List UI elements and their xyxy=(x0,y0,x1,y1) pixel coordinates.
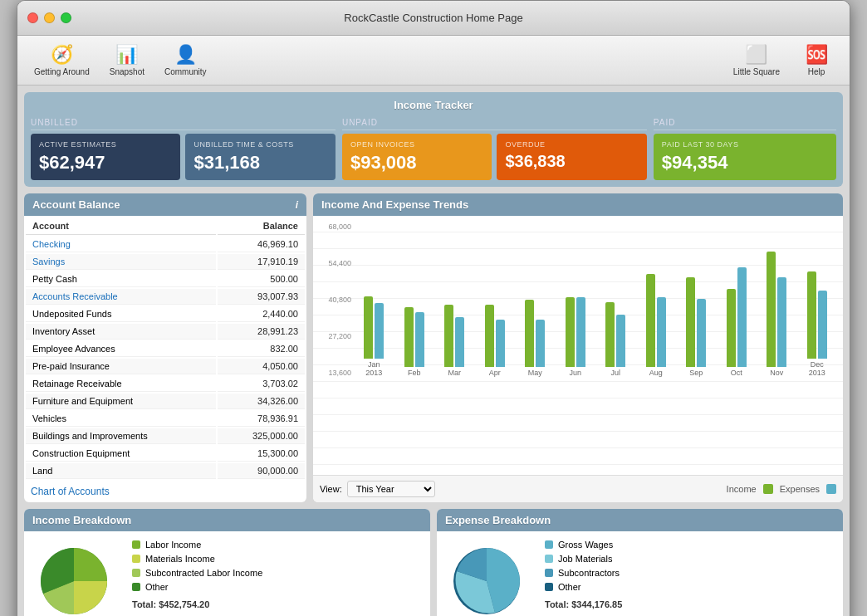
toolbar-snapshot-label: Snapshot xyxy=(110,67,144,76)
chart-of-accounts-link[interactable]: Chart of Accounts xyxy=(31,486,110,497)
paid-30-value: $94,354 xyxy=(662,152,828,174)
y-label-1: 13,600 xyxy=(320,369,351,377)
titlebar: RockCastle Construction Home Page xyxy=(17,1,850,36)
table-row[interactable]: Petty Cash500.00 xyxy=(26,271,305,287)
account-balance: 15,300.00 xyxy=(218,446,305,462)
account-balance: 3,703.02 xyxy=(218,376,305,392)
income-legend-item-1: Materials Income xyxy=(132,554,422,564)
table-row[interactable]: Pre-paid Insurance4,050.00 xyxy=(26,359,305,374)
bar-income xyxy=(566,297,575,367)
toolbar-help[interactable]: 🆘 Help xyxy=(791,41,841,80)
account-balance: 93,007.93 xyxy=(218,289,305,305)
bar-expense xyxy=(496,320,505,367)
bars xyxy=(556,297,595,367)
account-rows: Checking46,969.10Savings17,910.19Petty C… xyxy=(26,237,305,479)
account-name: Undeposited Funds xyxy=(26,306,216,322)
table-row[interactable]: Construction Equipment15,300.00 xyxy=(26,446,305,462)
bar-label: Jun xyxy=(569,369,581,377)
bars xyxy=(476,305,515,367)
view-select[interactable]: This Year Last Year This Quarter xyxy=(347,481,435,497)
bar-income xyxy=(727,289,736,368)
table-row[interactable]: Checking46,969.10 xyxy=(26,237,305,252)
bottom-row: Income Breakdown xyxy=(24,509,843,616)
bar-income xyxy=(444,305,453,367)
toolbar-snapshot[interactable]: 📊 Snapshot xyxy=(101,41,153,80)
table-row[interactable]: Undeposited Funds2,440.00 xyxy=(26,306,305,322)
income-legend-label-0: Labor Income xyxy=(145,540,201,550)
unbilled-time-title: UNBILLED TIME & COSTS xyxy=(193,140,326,149)
toolbar-community[interactable]: 👤 Community xyxy=(156,41,215,80)
table-row[interactable]: Inventory Asset28,991.23 xyxy=(26,324,305,340)
account-name: Accounts Receivable xyxy=(26,289,216,305)
bar-expense xyxy=(777,277,786,367)
y-axis: 68,000 54,400 40,800 27,200 13,600 xyxy=(320,222,355,397)
table-row[interactable]: Retainage Receivable3,703.02 xyxy=(26,376,305,392)
income-pie-svg xyxy=(32,540,124,616)
table-row[interactable]: Land90,000.00 xyxy=(26,463,305,479)
overdue-card[interactable]: OVERDUE $36,838 xyxy=(497,134,646,180)
income-dot-3 xyxy=(132,583,140,591)
expense-breakdown-title: Expense Breakdown xyxy=(445,514,551,526)
income-legend-label-3: Other xyxy=(145,582,169,592)
chart-title: Income And Expense Trends xyxy=(321,198,468,211)
bar-chart-area: Jan 2013FebMarAprMayJunJulAugSepOctNovDe… xyxy=(355,222,836,397)
table-row[interactable]: Vehicles78,936.91 xyxy=(26,411,305,427)
person-icon: 👤 xyxy=(174,44,197,66)
bar-income xyxy=(364,296,373,359)
account-info-icon[interactable]: i xyxy=(296,199,298,211)
open-invoices-card[interactable]: OPEN INVOICES $93,008 xyxy=(342,134,492,180)
unpaid-label: UNPAID xyxy=(342,118,647,130)
bar-label: Jan 2013 xyxy=(365,360,382,377)
account-balance: 78,936.91 xyxy=(218,411,305,427)
account-balance: 325,000.00 xyxy=(218,428,305,444)
income-breakdown-body: Labor Income Materials Income Subcontrac… xyxy=(24,531,430,616)
unbilled-time-card[interactable]: UNBILLED TIME & COSTS $31,168 xyxy=(185,134,335,180)
toolbar-help-label: Help xyxy=(808,67,825,76)
bar-expense xyxy=(375,303,384,359)
table-row[interactable]: Savings17,910.19 xyxy=(26,254,305,270)
maximize-button[interactable] xyxy=(61,12,71,23)
account-name: Vehicles xyxy=(26,411,216,427)
bar-expense xyxy=(576,297,585,367)
table-row[interactable]: Furniture and Equipment34,326.00 xyxy=(26,394,305,409)
bar-expense xyxy=(455,317,464,367)
account-balance: 4,050.00 xyxy=(218,359,305,374)
toolbar-community-label: Community xyxy=(164,67,207,76)
expense-dot-3 xyxy=(545,583,553,591)
table-row[interactable]: Buildings and Improvements325,000.00 xyxy=(26,428,305,444)
account-table: Account Balance Checking46,969.10Savings… xyxy=(24,216,306,481)
expense-legend-label-0: Gross Wages xyxy=(558,540,613,550)
active-estimates-card[interactable]: ACTIVE ESTIMATES $62,947 xyxy=(31,134,180,180)
expense-legend-label-3: Other xyxy=(558,582,581,592)
window-title: RockCastle Construction Home Page xyxy=(344,12,522,24)
paid-30-card[interactable]: PAID LAST 30 DAYS $94,354 xyxy=(654,134,836,180)
table-row[interactable]: Accounts Receivable93,007.93 xyxy=(26,289,305,305)
table-row[interactable]: Employee Advances832.00 xyxy=(26,341,305,357)
window-controls xyxy=(27,12,71,23)
bar-label: Feb xyxy=(408,369,421,377)
y-label-2: 27,200 xyxy=(320,332,351,340)
account-name: Employee Advances xyxy=(26,341,216,357)
col-balance: Balance xyxy=(218,218,305,235)
bar-label: Nov xyxy=(770,369,783,377)
bar-income xyxy=(485,305,494,367)
bar-income xyxy=(807,271,816,359)
expense-dot-1 xyxy=(545,555,553,563)
bar-group: Mar xyxy=(435,222,474,377)
view-selector: View: This Year Last Year This Quarter xyxy=(320,481,435,497)
bar-group: Dec 2013 xyxy=(798,222,837,377)
bars-container: Jan 2013FebMarAprMayJunJulAugSepOctNovDe… xyxy=(355,222,836,377)
account-name: Pre-paid Insurance xyxy=(26,359,216,374)
income-breakdown-title: Income Breakdown xyxy=(32,514,131,526)
close-button[interactable] xyxy=(27,12,38,23)
main-content: Income Tracker UNBILLED ACTIVE ESTIMATES… xyxy=(17,86,850,616)
bar-group: Feb xyxy=(395,222,434,377)
bar-group: Jun xyxy=(556,222,595,377)
account-balance: 90,000.00 xyxy=(218,463,305,479)
paid-cards: PAID LAST 30 DAYS $94,354 xyxy=(654,134,836,180)
toolbar-getting-around[interactable]: 🧭 Getting Around xyxy=(26,41,98,80)
compass-icon: 🧭 xyxy=(51,44,73,66)
bars xyxy=(677,277,716,367)
toolbar-little-square[interactable]: ⬜ Little Square xyxy=(725,41,788,80)
minimize-button[interactable] xyxy=(44,12,55,23)
